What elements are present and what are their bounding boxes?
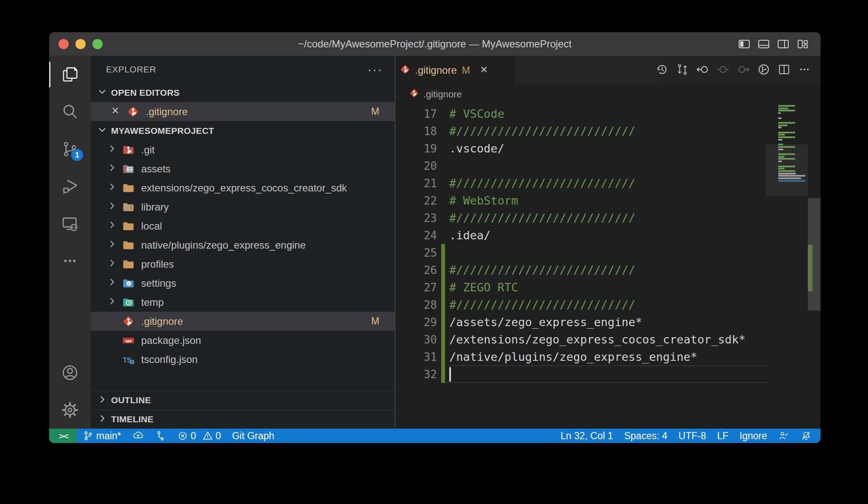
added-line-gutter-marker bbox=[441, 279, 445, 296]
tab-modified-badge: M bbox=[462, 65, 470, 76]
toggle-secondary-sidebar-icon[interactable] bbox=[776, 37, 790, 51]
code-text: #////////////////////////// bbox=[449, 211, 635, 224]
code-line[interactable]: 31 /native/plugins/zego_express_engine* bbox=[395, 348, 770, 366]
split-editor-icon[interactable] bbox=[777, 63, 791, 78]
code-line[interactable]: 19 .vscode/ bbox=[395, 140, 770, 157]
activity-bar: 1 bbox=[49, 56, 91, 429]
git-graph-status-icon[interactable] bbox=[150, 429, 172, 443]
editor-scrollbar[interactable] bbox=[808, 104, 821, 429]
feedback-icon[interactable] bbox=[773, 430, 795, 442]
close-editor-icon[interactable] bbox=[109, 105, 122, 119]
indentation-item[interactable]: Spaces: 4 bbox=[618, 430, 673, 442]
open-changes-icon[interactable] bbox=[676, 63, 689, 78]
timeline-section-header[interactable]: TIMELINE bbox=[91, 410, 395, 429]
open-editor-row[interactable]: .gitignore M bbox=[91, 102, 395, 121]
more-views-icon[interactable] bbox=[49, 242, 91, 280]
code-line[interactable]: 17 # VSCode bbox=[395, 105, 770, 122]
git-graph-item[interactable]: Git Graph bbox=[226, 429, 280, 443]
tree-item[interactable]: settings bbox=[91, 274, 395, 293]
title-bar: ~/code/MyAwesomeProject/.gitignore — MyA… bbox=[49, 32, 821, 56]
change-dot-icon[interactable] bbox=[716, 63, 730, 78]
minimap-line bbox=[778, 110, 795, 111]
settings-gear-icon[interactable] bbox=[49, 391, 91, 429]
minimap-line bbox=[778, 175, 805, 177]
tab-gitignore[interactable]: .gitignore M bbox=[395, 56, 515, 85]
project-header[interactable]: MYAWESOMEPROJECT bbox=[91, 121, 395, 140]
chevron-right-icon bbox=[106, 219, 117, 233]
code-line[interactable]: 18 #////////////////////////// bbox=[395, 122, 770, 140]
code-line[interactable]: 23 #////////////////////////// bbox=[395, 209, 770, 227]
tree-item[interactable]: TS tsconfig.json bbox=[91, 350, 395, 369]
cursor-position-item[interactable]: Ln 32, Col 1 bbox=[555, 430, 618, 442]
minimize-window-button[interactable] bbox=[75, 39, 86, 49]
previous-change-icon[interactable] bbox=[696, 63, 709, 78]
code-line[interactable]: 26 #////////////////////////// bbox=[395, 261, 770, 279]
next-change-icon[interactable] bbox=[737, 63, 750, 78]
run-and-debug-icon[interactable] bbox=[49, 168, 91, 205]
code-line[interactable]: 24 .idea/ bbox=[395, 227, 770, 244]
scrollbar-slider[interactable] bbox=[808, 198, 821, 310]
remote-indicator[interactable]: >< bbox=[49, 429, 77, 443]
library-folder-icon bbox=[122, 201, 135, 213]
more-actions-icon[interactable] bbox=[798, 63, 811, 78]
ts-icon: TS bbox=[122, 353, 135, 366]
tree-item[interactable]: native/plugins/zego_express_engine bbox=[91, 235, 395, 255]
editor-content[interactable]: 17 # VSCode 18 #////////////////////////… bbox=[395, 104, 821, 429]
notifications-muted-icon[interactable] bbox=[795, 430, 821, 442]
search-icon[interactable] bbox=[49, 93, 91, 130]
chevron-right-icon bbox=[106, 181, 117, 195]
branch-item[interactable]: main* bbox=[77, 429, 127, 443]
line-number: 18 bbox=[395, 125, 437, 138]
timeline-history-icon[interactable] bbox=[655, 63, 669, 78]
sidebar-title-row: EXPLORER ··· bbox=[91, 56, 395, 83]
code-line[interactable]: 32 bbox=[395, 366, 770, 383]
outline-label: OUTLINE bbox=[111, 395, 151, 405]
accounts-icon[interactable] bbox=[49, 354, 91, 391]
toggle-primary-sidebar-icon[interactable] bbox=[737, 37, 751, 51]
code-lines[interactable]: 17 # VSCode 18 #////////////////////////… bbox=[395, 105, 770, 383]
tree-item[interactable]: library bbox=[91, 197, 395, 216]
language-mode-item[interactable]: Ignore bbox=[734, 430, 773, 442]
tree-item-label: library bbox=[141, 201, 169, 213]
tree-item[interactable]: temp bbox=[91, 293, 395, 312]
tree-item[interactable]: .git bbox=[91, 140, 395, 159]
minimap-line bbox=[778, 156, 785, 158]
temp-folder-icon bbox=[122, 296, 135, 309]
tree-item[interactable]: extensions/zego_express_cocos_creator_sd… bbox=[91, 178, 395, 197]
code-line[interactable]: 25 bbox=[395, 244, 770, 261]
explorer-icon[interactable] bbox=[49, 56, 91, 93]
tree-item[interactable]: profiles bbox=[91, 255, 395, 274]
line-number: 21 bbox=[395, 177, 437, 190]
eol-item[interactable]: LF bbox=[712, 430, 734, 442]
source-control-icon[interactable]: 1 bbox=[49, 130, 91, 168]
open-editors-label: OPEN EDITORS bbox=[111, 88, 180, 98]
code-line[interactable]: 21 #////////////////////////// bbox=[395, 174, 770, 192]
tree-item[interactable]: npm package.json bbox=[91, 331, 395, 350]
problems-item[interactable]: 0 0 bbox=[172, 429, 227, 443]
code-line[interactable]: 28 #////////////////////////// bbox=[395, 296, 770, 313]
open-editor-label: .gitignore bbox=[146, 106, 188, 118]
breadcrumb[interactable]: .gitignore bbox=[395, 85, 821, 104]
chevron-right-icon bbox=[106, 162, 117, 176]
zoom-window-button[interactable] bbox=[92, 39, 103, 49]
toggle-panel-icon[interactable] bbox=[757, 37, 771, 51]
customize-layout-icon[interactable] bbox=[796, 37, 810, 51]
chevron-right-icon bbox=[97, 394, 108, 407]
code-line[interactable]: 27 # ZEGO RTC bbox=[395, 279, 770, 296]
outline-section-header[interactable]: OUTLINE bbox=[91, 390, 395, 410]
code-line[interactable]: 20 bbox=[395, 157, 770, 174]
sync-changes-icon[interactable] bbox=[127, 429, 150, 443]
code-line[interactable]: 22 # WebStorm bbox=[395, 192, 770, 209]
close-window-button[interactable] bbox=[58, 39, 69, 49]
tree-item[interactable]: local bbox=[91, 216, 395, 235]
encoding-item[interactable]: UTF-8 bbox=[673, 430, 712, 442]
remote-explorer-icon[interactable] bbox=[49, 205, 91, 242]
open-editors-header[interactable]: OPEN EDITORS bbox=[91, 83, 395, 102]
code-line[interactable]: 29 /assets/zego_express_engine* bbox=[395, 313, 770, 331]
code-line[interactable]: 30 /extensions/zego_express_cocos_creato… bbox=[395, 331, 770, 348]
tab-close-icon[interactable] bbox=[479, 64, 490, 77]
git-graph-icon[interactable] bbox=[757, 63, 771, 78]
tree-item[interactable]: .gitignore M bbox=[91, 312, 395, 331]
tree-item[interactable]: assets bbox=[91, 159, 395, 178]
explorer-more-actions-icon[interactable]: ··· bbox=[367, 62, 383, 77]
